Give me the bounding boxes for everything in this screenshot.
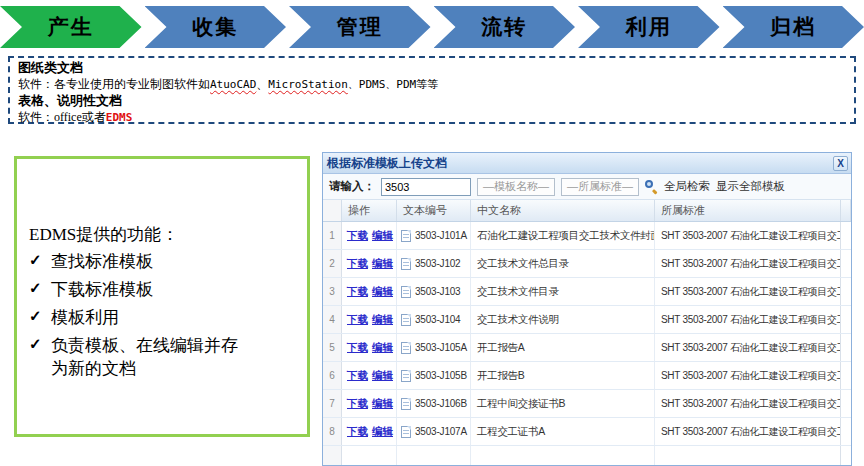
flow-step-use: 利用: [578, 6, 720, 48]
header-standard[interactable]: 所属标准: [655, 200, 841, 221]
download-link[interactable]: 下载: [347, 369, 368, 383]
download-link[interactable]: 下载: [347, 313, 368, 327]
doc-code: 3503-J105A: [415, 342, 467, 353]
features-title: EDMS提供的功能：: [29, 223, 297, 246]
table-row: 5 下载 编辑 3503-J105A 开工报告A SHT 3503-2007 石…: [323, 334, 851, 362]
table-row: 7 下载 编辑 3503-J106B 工程中间交接证书B SHT 3503-20…: [323, 390, 851, 418]
header-doc-code[interactable]: 文本编号: [397, 200, 471, 221]
doc-standard-cell: SHT 3503-2007 石油化工建设工程项目交工...: [655, 278, 841, 305]
search-icon: [645, 180, 658, 193]
doc-name-cell: 工程中间交接证书B: [471, 390, 655, 417]
close-icon[interactable]: X: [833, 156, 848, 171]
doc-name-cell: 交工技术文件说明: [471, 306, 655, 333]
edit-link[interactable]: 编辑: [372, 285, 393, 299]
download-link[interactable]: 下载: [347, 425, 368, 439]
download-link[interactable]: 下载: [347, 229, 368, 243]
doc-name-cell: [471, 446, 655, 466]
doc-code-cell: [397, 446, 471, 466]
row-actions: 下载 编辑: [342, 418, 397, 445]
doc-code-cell: 3503-J103: [397, 278, 471, 305]
feature-item-find: ✓ 查找标准模板: [29, 250, 297, 273]
edit-link[interactable]: 编辑: [372, 425, 393, 439]
table-row: 4 下载 编辑 3503-J104 交工技术文件说明 SHT 3503-2007…: [323, 306, 851, 334]
doc-standard-cell: SHT 3503-2007 石油化工建设工程项目交工...: [655, 334, 841, 361]
edit-link[interactable]: 编辑: [372, 257, 393, 271]
show-all-templates-button[interactable]: 显示全部模板: [716, 179, 785, 194]
row-actions: 下载 编辑: [342, 222, 397, 249]
row-actions: 下载 编辑: [342, 334, 397, 361]
checkmark-icon: ✓: [29, 334, 51, 353]
row-spacer: [841, 362, 851, 389]
row-spacer: [841, 306, 851, 333]
download-link[interactable]: 下载: [347, 341, 368, 355]
doc-standard-cell: SHT 3503-2007 石油化工建设工程项目交工...: [655, 306, 841, 333]
row-spacer: [841, 334, 851, 361]
document-icon: [401, 370, 411, 382]
header-spacer: [841, 200, 851, 221]
doc-code: 3503-J102: [415, 258, 460, 269]
edit-link[interactable]: 编辑: [372, 341, 393, 355]
doc-name-cell: 石油化工建设工程项目交工技术文件封面A: [471, 222, 655, 249]
row-spacer: [841, 418, 851, 445]
template-name-dropdown[interactable]: —模板名称—: [477, 178, 555, 196]
row-number: 7: [323, 390, 342, 417]
standard-dropdown[interactable]: —所属标准—: [561, 178, 639, 196]
table-row: 3 下载 编辑 3503-J103 交工技术文件目录 SHT 3503-2007…: [323, 278, 851, 306]
row-spacer: [841, 390, 851, 417]
doc-name-cell: 交工技术文件总目录: [471, 250, 655, 277]
row-spacer: [841, 250, 851, 277]
doc-code: 3503-J104: [415, 314, 460, 325]
row-spacer: [841, 446, 851, 466]
row-actions: 下载 编辑: [342, 250, 397, 277]
edit-link[interactable]: 编辑: [372, 313, 393, 327]
row-actions: 下载 编辑: [342, 306, 397, 333]
upload-template-window: 根据标准模板上传文档 X 请输入： —模板名称— —所属标准— 全局检索 显示全…: [322, 152, 852, 466]
edit-link[interactable]: 编辑: [372, 369, 393, 383]
software-name-edms: EDMS: [106, 111, 133, 124]
global-search-button[interactable]: 全局检索: [664, 179, 710, 194]
software-name-autocad: AtuoCAD: [210, 78, 256, 91]
document-icon: [401, 342, 411, 354]
drawings-software-prefix: 软件：各专业使用的专业制图软件如: [18, 77, 210, 91]
checkmark-icon: ✓: [29, 250, 51, 269]
header-operation[interactable]: 操作: [342, 200, 397, 221]
row-number: 1: [323, 222, 342, 249]
doc-code: 3503-J105B: [415, 370, 467, 381]
search-input-label: 请输入：: [329, 179, 375, 194]
row-actions: [342, 446, 397, 466]
doc-name-cell: 开工报告B: [471, 362, 655, 389]
edit-link[interactable]: 编辑: [372, 397, 393, 411]
doc-code: 3503-J103: [415, 286, 460, 297]
flow-step-archive: 归档: [723, 6, 864, 48]
table-row: 8 下载 编辑 3503-J107A 工程交工证书A SHT 3503-2007…: [323, 418, 851, 446]
doc-code-cell: 3503-J102: [397, 250, 471, 277]
row-spacer: [841, 222, 851, 249]
row-spacer: [841, 278, 851, 305]
table-row-partial: [323, 446, 851, 466]
flow-step-transfer: 流转: [434, 6, 576, 48]
doc-name-cell: 开工报告A: [471, 334, 655, 361]
checkmark-icon: ✓: [29, 278, 51, 297]
download-link[interactable]: 下载: [347, 397, 368, 411]
doc-type-tables-software: 软件：office或者EDMS: [18, 109, 846, 126]
edit-link[interactable]: 编辑: [372, 229, 393, 243]
header-chinese-name[interactable]: 中文名称: [471, 200, 655, 221]
doc-code: 3503-J101A: [415, 230, 467, 241]
search-input[interactable]: [381, 178, 471, 196]
doc-standard-cell: SHT 3503-2007 石油化工建设工程项目交工...: [655, 362, 841, 389]
table-body: 1 下载 编辑 3503-J101A 石油化工建设工程项目交工技术文件封面A S…: [323, 222, 851, 466]
doc-standard-cell: SHT 3503-2007 石油化工建设工程项目交工...: [655, 418, 841, 445]
row-actions: 下载 编辑: [342, 362, 397, 389]
document-icon: [401, 314, 411, 326]
table-row: 6 下载 编辑 3503-J105B 开工报告B SHT 3503-2007 石…: [323, 362, 851, 390]
download-link[interactable]: 下载: [347, 257, 368, 271]
row-number: [323, 446, 342, 466]
doc-type-drawings-software: 软件：各专业使用的专业制图软件如AtuoCAD、MicroStation、PDM…: [18, 76, 846, 93]
download-link[interactable]: 下载: [347, 285, 368, 299]
page: 产生 收集 管理 流转 利用 归档 图纸类文档 软件：各专业使用的专业制图软件如…: [0, 0, 864, 466]
document-icon: [401, 398, 411, 410]
doc-type-heading-tables: 表格、说明性文档: [18, 93, 846, 109]
feature-item-label: 模板利用: [51, 306, 119, 329]
doc-code-cell: 3503-J104: [397, 306, 471, 333]
edms-features-box: EDMS提供的功能： ✓ 查找标准模板 ✓ 下载标准模板 ✓ 模板利用 ✓ 负责…: [14, 156, 310, 437]
